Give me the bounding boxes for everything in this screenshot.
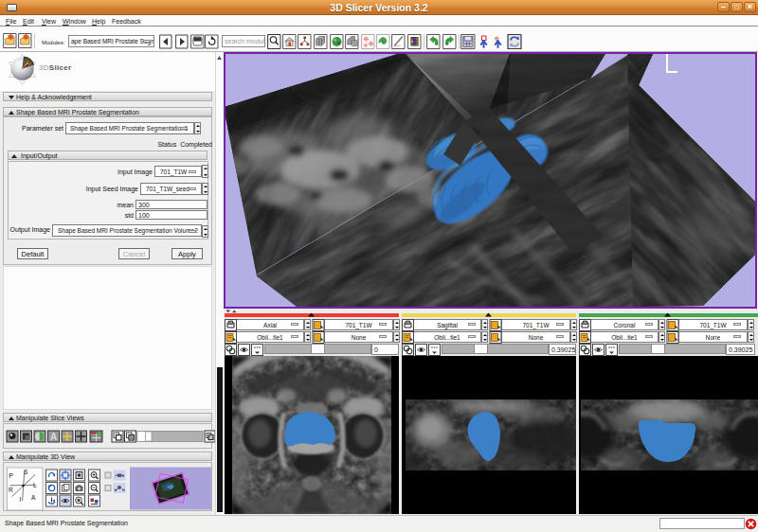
svg-text:S: S bbox=[24, 469, 28, 475]
svg-text:A: A bbox=[31, 494, 36, 501]
svg-text:✱: ✱ bbox=[8, 33, 14, 42]
svg-text:D: D bbox=[209, 435, 213, 441]
svg-text:❉: ❉ bbox=[369, 40, 374, 48]
svg-text:A: A bbox=[50, 432, 57, 442]
svg-text:L: L bbox=[33, 482, 37, 488]
svg-text:I: I bbox=[20, 496, 22, 503]
svg-text:P: P bbox=[9, 472, 13, 479]
svg-text:❉: ❉ bbox=[364, 43, 369, 48]
svg-text:❉: ❉ bbox=[495, 35, 500, 42]
svg-text:R: R bbox=[9, 487, 13, 493]
svg-text:✱: ✱ bbox=[23, 33, 29, 42]
